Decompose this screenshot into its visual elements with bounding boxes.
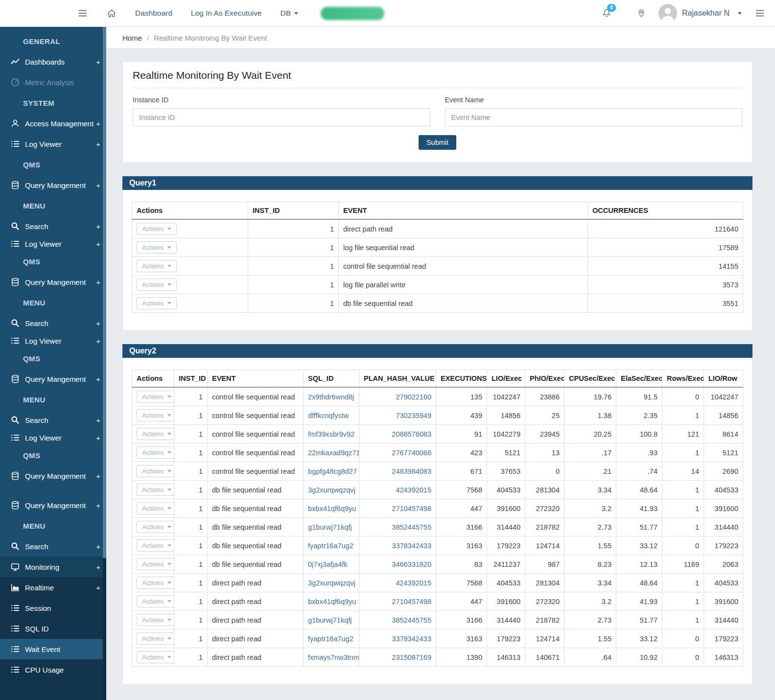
actions-dropdown-button[interactable]: Actions (137, 391, 174, 403)
sidebar-item[interactable]: Monitoring + (0, 557, 106, 577)
sql-id-link[interactable]: 2x9thdr6wnd8j (304, 387, 359, 406)
actions-dropdown-button[interactable]: Actions (137, 484, 174, 496)
plan-hash-value-link[interactable]: 2088576083 (359, 425, 436, 443)
sql-id-link[interactable]: 22mkaxad9qz71 (304, 443, 359, 462)
sidebar-item[interactable]: Query Mangement + (0, 369, 106, 389)
sql-id-link[interactable]: fxmays7nw3tnm (304, 648, 359, 667)
actions-dropdown-button[interactable]: Actions (137, 577, 174, 589)
sidebar-item[interactable]: Query Mangement + (0, 175, 106, 195)
actions-dropdown-button[interactable]: Actions (137, 279, 177, 291)
table-row: Actions 1 db file sequential read 0j7xj3… (132, 555, 743, 574)
sidebar-item[interactable]: QMS (0, 445, 106, 466)
nav-link-login-as-executive[interactable]: Log In As Executuive (191, 9, 262, 18)
instance-id-input[interactable] (133, 108, 430, 126)
sidebar-item[interactable]: MENU (0, 292, 106, 313)
sidebar-item[interactable]: QMS (0, 251, 106, 272)
actions-dropdown-button[interactable]: Actions (137, 428, 174, 440)
nav-link-dashboard[interactable]: Dashboard (135, 9, 172, 18)
sidebar-scrollbar[interactable] (103, 27, 106, 700)
actions-dropdown-button[interactable]: Actions (137, 260, 177, 272)
sql-id-link[interactable]: 0j7xj3afja4fk (304, 555, 359, 574)
sidebar-item[interactable]: MENU (0, 515, 106, 536)
sidebar-item[interactable]: Log Viewer + (0, 236, 106, 251)
sidebar-toggle-icon[interactable] (77, 8, 88, 19)
actions-dropdown-button[interactable]: Actions (137, 539, 174, 552)
actions-dropdown-button[interactable]: Actions (137, 297, 177, 309)
sidebar-item[interactable]: SQL ID (0, 618, 106, 639)
sidebar-item[interactable]: Query Mangement + (0, 495, 106, 515)
plan-hash-value-link[interactable]: 730235949 (359, 406, 436, 425)
plan-hash-value-link[interactable]: 3852445755 (359, 518, 436, 537)
actions-dropdown-button[interactable]: Actions (137, 465, 174, 477)
plan-hash-value-link[interactable]: 2315087169 (359, 648, 436, 667)
column-header: EVENT (339, 202, 588, 220)
actions-dropdown-button[interactable]: Actions (137, 502, 174, 514)
sidebar-item[interactable]: Access Management + (0, 113, 106, 134)
plan-hash-value-link[interactable]: 2767740068 (359, 443, 436, 462)
plan-hash-value-link[interactable]: 424392015 (359, 481, 436, 499)
sql-id-link[interactable]: fmf39xsbr9v92 (304, 425, 359, 443)
sidebar-item[interactable]: Search + (0, 410, 106, 430)
nav-dropdown-db[interactable]: DB (281, 9, 299, 18)
actions-dropdown-button[interactable]: Actions (137, 521, 174, 533)
sidebar-item[interactable]: Dashboards + (0, 51, 106, 72)
sql-id-link[interactable]: fyaptr16a7ug2 (304, 630, 359, 648)
plan-hash-value-link[interactable]: 3466331820 (359, 555, 436, 574)
actions-dropdown-button[interactable]: Actions (137, 409, 174, 421)
sql-id-link[interactable]: 3g2xurqwqzqvj (304, 481, 359, 499)
sql-id-link[interactable]: fyaptr16a7ug2 (304, 537, 359, 555)
sidebar-item[interactable]: Session (0, 598, 106, 618)
sidebar-item[interactable]: MENU (0, 195, 106, 216)
plan-hash-value-link[interactable]: 3852445755 (359, 611, 436, 630)
sidebar-item[interactable]: Search + (0, 313, 106, 333)
actions-dropdown-button[interactable]: Actions (137, 241, 177, 254)
plan-hash-value-link[interactable]: 279022160 (359, 387, 436, 406)
plan-hash-value-link[interactable]: 3378342433 (359, 630, 436, 648)
actions-dropdown-button[interactable]: Actions (137, 446, 174, 459)
sidebar-item[interactable]: Search + (0, 216, 106, 236)
event-name-input[interactable] (445, 108, 743, 126)
plan-hash-value-link[interactable]: 2483984083 (359, 462, 436, 481)
sidebar-item[interactable]: MENU (0, 389, 106, 410)
actions-dropdown-button[interactable]: Actions (137, 595, 174, 607)
sidebar-item[interactable]: Metric Analysis (0, 72, 106, 93)
user-menu[interactable]: Rajasekhar N (658, 4, 742, 23)
sidebar-item[interactable]: CPU Usage (0, 659, 106, 680)
actions-cell: Actions (132, 499, 174, 518)
sidebar-item[interactable]: SYSTEM (0, 93, 106, 113)
actions-dropdown-button[interactable]: Actions (137, 223, 177, 235)
sidebar-item[interactable]: QMS (0, 154, 106, 175)
actions-dropdown-button[interactable]: Actions (137, 632, 174, 645)
sidebar-item[interactable]: Log Viewer + (0, 333, 106, 348)
actions-dropdown-button[interactable]: Actions (137, 558, 174, 570)
notifications-button[interactable]: 0 (602, 8, 611, 18)
sidebar-item[interactable]: Query Mangement + (0, 272, 106, 292)
sidebar-scrollbar-thumb[interactable] (103, 27, 106, 558)
sidebar-item[interactable]: Query Mangement + (0, 466, 106, 486)
sidebar-item[interactable]: GENERAL (0, 31, 106, 51)
sidebar-item[interactable]: Log Viewer + (0, 430, 106, 445)
plan-hash-value-link[interactable]: 2710457498 (359, 592, 436, 611)
breadcrumb-home-link[interactable]: Home (122, 34, 142, 42)
sql-id-link[interactable]: dfffkcnqfystw (304, 406, 359, 425)
sidebar-item[interactable]: Wait Event (0, 639, 106, 659)
sql-id-link[interactable]: g1burwj71kqfj (304, 611, 359, 630)
actions-dropdown-button[interactable]: Actions (137, 614, 174, 626)
right-menu-toggle-icon[interactable] (754, 8, 765, 19)
submit-button[interactable]: Submit (419, 135, 456, 150)
sidebar-item[interactable]: QMS (0, 348, 106, 369)
sql-id-link[interactable]: bxbx41qf6q9yu (304, 592, 359, 611)
sidebar-item[interactable]: Log Viewer + (0, 134, 106, 154)
sql-id-link[interactable]: bgpfg48cg8d27 (304, 462, 359, 481)
plan-hash-value-link[interactable]: 424392015 (359, 574, 436, 592)
plan-hash-value-link[interactable]: 3378342433 (359, 537, 436, 555)
location-pin-button[interactable] (637, 9, 646, 18)
sql-id-link[interactable]: g1burwj71kqfj (304, 518, 359, 537)
sidebar-item[interactable]: Realtime + (0, 577, 106, 598)
actions-dropdown-button[interactable]: Actions (137, 651, 174, 663)
plan-hash-value-link[interactable]: 2710457498 (359, 499, 436, 518)
sql-id-link[interactable]: bxbx41qf6q9yu (304, 499, 359, 518)
sidebar-item[interactable]: Search + (0, 536, 106, 557)
sql-id-link[interactable]: 3g2xurqwqzqvj (304, 574, 359, 592)
home-icon[interactable] (107, 8, 117, 18)
